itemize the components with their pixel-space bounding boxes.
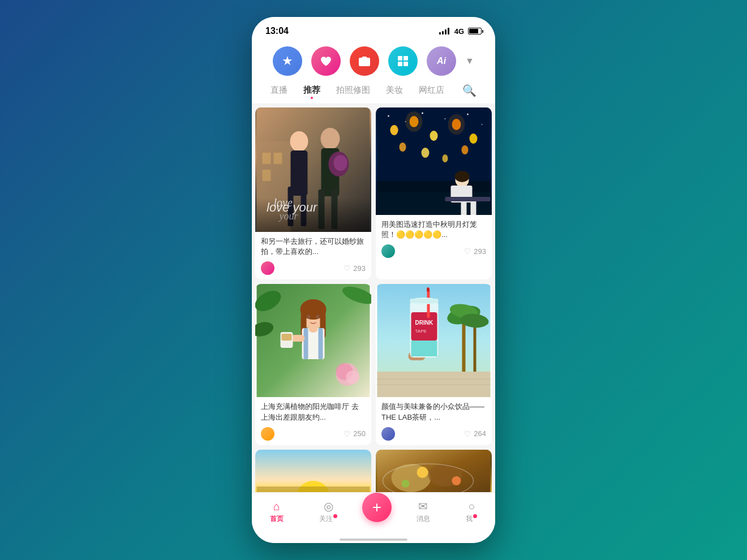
- bottom-nav: ⌂ 首页 ◎ 关注 + ✉ 消息 ○ 我: [252, 492, 495, 535]
- svg-point-40: [406, 111, 423, 132]
- avatar-couple: [261, 261, 274, 275]
- nav-follow[interactable]: ◎ 关注: [308, 497, 349, 526]
- nav-message-label: 消息: [417, 514, 430, 524]
- dropdown-icon[interactable]: ▼: [465, 56, 474, 66]
- card-image-lanterns: [376, 107, 492, 215]
- svg-point-27: [445, 118, 446, 119]
- card-image-drink: DRINK TAPE: [376, 284, 492, 397]
- card-partial-right[interactable]: [376, 450, 492, 492]
- card-bottom-coffee: 上海充满植物的阳光咖啡厅 去上海出差跟朋友约... ♡ 250: [255, 397, 371, 445]
- svg-text:DRINK: DRINK: [415, 320, 433, 326]
- svg-rect-71: [462, 318, 466, 374]
- card-title-couple: 和另一半去旅行，还可以婚纱旅拍，带上喜欢的...: [261, 236, 366, 257]
- svg-rect-4: [403, 62, 408, 66]
- svg-rect-66: [282, 334, 292, 341]
- svg-rect-92: [257, 486, 370, 492]
- heart-icon: ♡: [464, 429, 471, 438]
- svg-point-67: [307, 315, 311, 319]
- svg-point-35: [470, 133, 478, 144]
- masonry-grid: love your 和另一半去旅行，还可以婚纱旅拍，带上喜欢的..: [255, 107, 492, 492]
- svg-point-68: [316, 315, 320, 319]
- battery-icon: [468, 28, 482, 35]
- me-badge: [473, 514, 477, 518]
- card-lanterns[interactable]: 用美图迅速打造中秋明月灯笼照！🟡🟡🟡🟡🟡... ♡ 293: [376, 107, 492, 279]
- svg-point-36: [400, 143, 406, 152]
- heart-icon: ♡: [344, 264, 351, 273]
- follow-icon: ◎: [324, 499, 333, 513]
- svg-point-10: [290, 131, 308, 152]
- svg-point-38: [462, 145, 469, 154]
- status-time: 13:04: [265, 26, 289, 36]
- avatar-lanterns: [381, 244, 395, 258]
- card-coffee[interactable]: 上海充满植物的阳光咖啡厅 去上海出差跟朋友约... ♡ 250: [255, 284, 371, 445]
- card-bottom-drink: 颜值与美味兼备的小众饮品——THE LAB茶研，... ♡ 264: [376, 397, 492, 445]
- svg-point-41: [448, 114, 465, 135]
- card-meta-couple: ♡ 293: [261, 261, 366, 275]
- nav-home-label: 首页: [270, 514, 284, 524]
- svg-point-19: [334, 155, 347, 171]
- avatar-coffee: [261, 427, 274, 441]
- svg-point-28: [467, 114, 469, 115]
- card-partial-left[interactable]: [255, 450, 371, 492]
- status-bar: 13:04 4G: [252, 17, 495, 42]
- card-bottom-couple: 和另一半去旅行，还可以婚纱旅拍，带上喜欢的... ♡ 293: [255, 232, 371, 279]
- svg-rect-49: [445, 197, 491, 201]
- tab-makeup[interactable]: 美妆: [386, 83, 403, 98]
- card-drink[interactable]: DRINK TAPE 颜值与美味兼备的小众饮品——THE LAB茶研，...: [376, 284, 492, 445]
- card-likes-couple: ♡ 293: [344, 264, 366, 273]
- card-likes-drink: ♡ 264: [464, 429, 486, 438]
- tab-shop[interactable]: 网红店: [419, 83, 444, 98]
- star-icon-btn[interactable]: ★: [273, 46, 302, 76]
- svg-rect-2: [403, 56, 408, 61]
- nav-tabs: 直播 推荐 拍照修图 美妆 网红店 🔍: [252, 80, 495, 104]
- camera-icon-btn[interactable]: [350, 46, 379, 76]
- heart-icon-btn[interactable]: [311, 46, 341, 76]
- nav-me[interactable]: ○ 我: [454, 498, 488, 526]
- tab-live[interactable]: 直播: [271, 83, 287, 98]
- content-area: love your 和另一半去旅行，还可以婚纱旅拍，带上喜欢的..: [252, 104, 495, 492]
- svg-rect-89: [410, 299, 439, 303]
- svg-rect-22: [257, 198, 370, 232]
- tab-recommend[interactable]: 推荐: [303, 83, 320, 98]
- card-likes-coffee: ♡ 250: [344, 429, 366, 438]
- svg-rect-7: [263, 153, 271, 164]
- card-image-couple: love your: [255, 107, 371, 232]
- card-title-lanterns: 用美图迅速打造中秋明月灯笼照！🟡🟡🟡🟡🟡...: [381, 219, 486, 240]
- home-indicator: [252, 535, 495, 543]
- plus-icon: +: [372, 498, 381, 516]
- svg-point-14: [321, 128, 340, 149]
- nav-me-label: 我: [466, 514, 477, 524]
- card-meta-coffee: ♡ 250: [261, 427, 366, 441]
- card-couple[interactable]: love your 和另一半去旅行，还可以婚纱旅拍，带上喜欢的..: [255, 107, 371, 279]
- svg-rect-1: [398, 56, 402, 61]
- nav-message[interactable]: ✉ 消息: [405, 497, 441, 526]
- tab-photo[interactable]: 拍照修图: [336, 83, 370, 98]
- card-title-coffee: 上海充满植物的阳光咖啡厅 去上海出差跟朋友约...: [261, 402, 366, 422]
- card-image-partial-right: [376, 450, 492, 492]
- svg-point-33: [430, 131, 438, 141]
- plus-button[interactable]: +: [362, 493, 392, 522]
- search-icon[interactable]: 🔍: [462, 84, 476, 97]
- home-bar: [340, 539, 407, 541]
- heart-icon: ♡: [344, 429, 351, 438]
- home-icon: ⌂: [273, 500, 280, 513]
- card-title-drink: 颜值与美味兼备的小众饮品——THE LAB茶研，...: [381, 402, 486, 422]
- card-bottom-lanterns: 用美图迅速打造中秋明月灯笼照！🟡🟡🟡🟡🟡... ♡ 293: [376, 215, 492, 262]
- svg-point-48: [455, 171, 470, 182]
- message-icon: ✉: [418, 499, 428, 513]
- svg-point-69: [309, 326, 318, 333]
- svg-point-37: [422, 148, 430, 158]
- card-image-partial-left: [255, 450, 371, 492]
- card-meta-drink: ♡ 264: [381, 427, 486, 441]
- grid-icon-btn[interactable]: [388, 46, 418, 76]
- avatar-drink: [381, 427, 395, 441]
- nav-home[interactable]: ⌂ 首页: [259, 498, 295, 526]
- nav-follow-label: 关注: [319, 514, 337, 524]
- svg-rect-82: [411, 312, 437, 341]
- top-icons-row: ★ Ai ▼: [252, 42, 495, 80]
- card-meta-lanterns: ♡ 293: [381, 244, 486, 258]
- svg-rect-3: [398, 62, 402, 66]
- svg-rect-8: [274, 153, 282, 164]
- svg-rect-63: [319, 328, 323, 359]
- ai-icon-btn[interactable]: Ai: [427, 46, 456, 76]
